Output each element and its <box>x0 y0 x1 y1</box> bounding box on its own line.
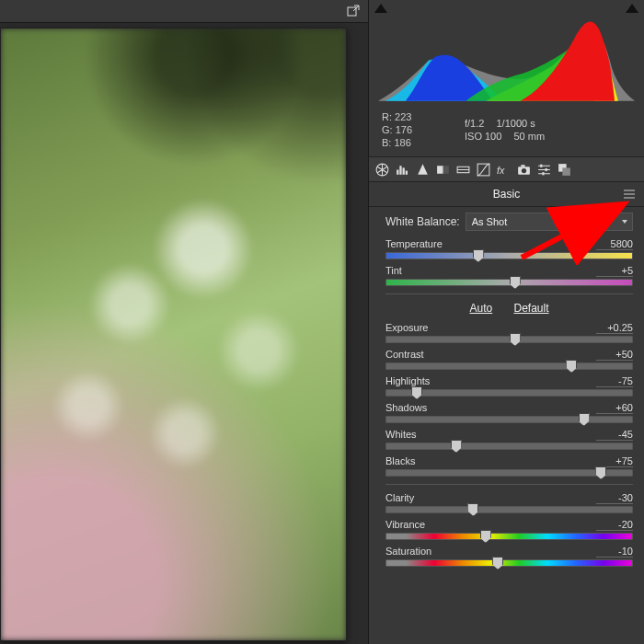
exposure-track[interactable] <box>385 336 633 343</box>
blacks-value[interactable]: +75 <box>596 455 633 467</box>
image-preview[interactable] <box>1 29 346 640</box>
basic-panel-title[interactable]: Basic <box>369 182 644 207</box>
aperture-value: f/1.2 <box>465 118 484 129</box>
svg-text:fx: fx <box>497 164 505 175</box>
panel-title-label: Basic <box>493 188 520 201</box>
auto-default-row: Auto Default <box>385 302 633 315</box>
saturation-slider: Saturation-10 <box>385 546 633 567</box>
shadows-slider: Shadows+60 <box>385 402 633 423</box>
tonecurve-icon[interactable] <box>476 162 491 178</box>
tint-value[interactable]: +5 <box>596 265 633 277</box>
histogram[interactable] <box>378 13 635 101</box>
clarity-handle[interactable] <box>467 503 478 516</box>
sliders-icon[interactable] <box>536 162 552 178</box>
svg-rect-5 <box>406 170 408 174</box>
tint-track[interactable] <box>385 279 633 286</box>
exposure-handle[interactable] <box>510 333 521 346</box>
shadows-handle[interactable] <box>579 413 590 426</box>
iso-value: ISO 100 <box>465 131 501 142</box>
panel-menu-icon[interactable] <box>624 189 635 198</box>
histogram-icon[interactable] <box>395 162 410 178</box>
clarity-slider: Clarity-30 <box>385 492 633 513</box>
preview-topbar <box>0 0 368 23</box>
saturation-handle[interactable] <box>492 557 503 569</box>
highlights-value[interactable]: -75 <box>596 375 633 387</box>
auto-button[interactable]: Auto <box>469 302 492 315</box>
info-readout: R: 223 G: 176 B: 186 f/1.2 1/1000 s ISO … <box>369 107 644 157</box>
gradient-icon[interactable] <box>435 162 451 178</box>
r-value: 223 <box>395 111 411 122</box>
clarity-label: Clarity <box>385 492 414 504</box>
contrast-track[interactable] <box>385 362 633 370</box>
exposure-value[interactable]: +0.25 <box>596 322 633 334</box>
contrast-handle[interactable] <box>566 360 577 373</box>
shutter-value: 1/1000 s <box>496 118 535 129</box>
divider <box>385 484 633 485</box>
whites-track[interactable] <box>385 443 633 450</box>
contrast-value[interactable]: +50 <box>596 349 633 361</box>
vibrance-track[interactable] <box>385 533 633 540</box>
camera-icon[interactable] <box>516 162 532 178</box>
fx-icon[interactable]: fx <box>496 162 512 178</box>
export-icon[interactable] <box>346 4 361 18</box>
clarity-value[interactable]: -30 <box>596 492 633 504</box>
temperature-handle[interactable] <box>473 249 484 262</box>
lut-icon[interactable] <box>455 162 471 178</box>
temperature-value[interactable]: 5800 <box>596 238 633 250</box>
blacks-handle[interactable] <box>595 466 606 479</box>
vibrance-label: Vibrance <box>385 519 425 531</box>
inspector: R: 223 G: 176 B: 186 f/1.2 1/1000 s ISO … <box>368 0 644 644</box>
svg-rect-14 <box>521 165 524 167</box>
highlights-slider: Highlights-75 <box>385 375 633 397</box>
svg-rect-7 <box>437 166 443 174</box>
exposure-slider: Exposure+0.25 <box>385 322 633 343</box>
temperature-slider: Temperature 5800 <box>385 238 633 259</box>
white-balance-value: As Shot <box>472 216 508 227</box>
svg-rect-18 <box>540 164 542 167</box>
aperture-icon[interactable] <box>374 162 390 178</box>
shadow-clip-indicator[interactable] <box>374 4 387 13</box>
default-button[interactable]: Default <box>514 302 549 315</box>
white-balance-label: White Balance: <box>385 215 460 228</box>
tint-handle[interactable] <box>510 276 521 289</box>
histogram-panel <box>369 0 644 107</box>
whites-value[interactable]: -45 <box>596 429 633 441</box>
clarity-track[interactable] <box>385 506 633 513</box>
highlights-track[interactable] <box>385 389 633 397</box>
r-label: R: <box>382 111 392 122</box>
svg-rect-3 <box>399 166 401 175</box>
shadows-label: Shadows <box>385 402 427 414</box>
g-label: G: <box>382 124 393 135</box>
sharpen-icon[interactable] <box>415 162 431 178</box>
whites-handle[interactable] <box>451 440 462 453</box>
highlight-clip-indicator[interactable] <box>626 4 638 13</box>
vibrance-slider: Vibrance-20 <box>385 519 633 540</box>
g-value: 176 <box>396 124 412 135</box>
vibrance-value[interactable]: -20 <box>596 519 633 531</box>
svg-point-13 <box>522 167 526 172</box>
whites-label: Whites <box>385 429 417 441</box>
saturation-track[interactable] <box>385 559 633 567</box>
b-label: B: <box>382 137 391 148</box>
divider <box>385 293 633 294</box>
exposure-label: Exposure <box>385 322 428 334</box>
blacks-track[interactable] <box>385 469 633 477</box>
saturation-value[interactable]: -10 <box>596 546 633 558</box>
highlights-label: Highlights <box>385 375 430 387</box>
basic-panel-body: White Balance: As Shot Temperature 5800 … <box>369 207 644 574</box>
vibrance-handle[interactable] <box>480 530 491 543</box>
tint-label: Tint <box>385 265 402 277</box>
focal-value: 50 mm <box>513 131 545 142</box>
blacks-label: Blacks <box>385 455 415 467</box>
whites-slider: Whites-45 <box>385 429 633 450</box>
svg-rect-20 <box>542 172 544 175</box>
overlap-icon[interactable] <box>557 162 572 178</box>
svg-rect-22 <box>562 167 570 176</box>
white-balance-select[interactable]: As Shot <box>466 213 633 231</box>
shadows-track[interactable] <box>385 416 633 423</box>
temperature-track[interactable] <box>385 252 633 259</box>
highlights-handle[interactable] <box>411 386 422 399</box>
b-value: 186 <box>394 137 410 148</box>
svg-rect-19 <box>546 167 547 170</box>
shadows-value[interactable]: +60 <box>596 402 633 414</box>
